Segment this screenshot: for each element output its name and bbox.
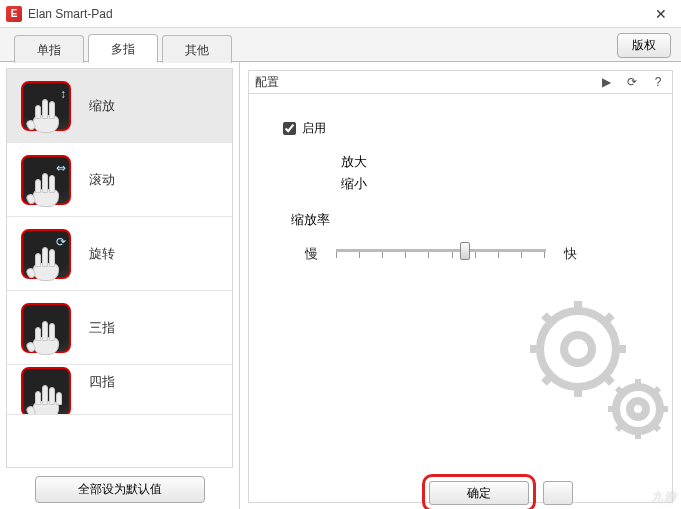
enable-checkbox[interactable] [283,122,296,135]
gesture-item-four-finger[interactable]: 四指 [7,365,232,415]
tab-strip: 单指 多指 其他 版权 [0,28,681,62]
svg-point-10 [616,387,660,431]
zoom-out-item[interactable]: 缩小 [341,175,648,193]
gesture-item-three-finger[interactable]: 三指 [7,291,232,365]
svg-line-5 [605,376,612,383]
reset-all-button[interactable]: 全部设为默认值 [35,476,205,503]
gesture-label: 滚动 [89,171,115,189]
svg-point-11 [630,401,646,417]
svg-line-15 [654,425,659,430]
gesture-label: 缩放 [89,97,115,115]
help-icon[interactable]: ? [650,74,666,90]
zoom-rate-label: 缩放率 [291,211,648,229]
copyright-button[interactable]: 版权 [617,33,671,58]
pinch-zoom-icon: ↕ [21,81,71,131]
scroll-icon: ⇔ [21,155,71,205]
gesture-sidebar: ↕ 缩放 ⇔ 滚动 ⟳ 旋转 [0,62,240,509]
refresh-icon[interactable]: ⟳ [624,74,640,90]
gesture-item-rotate[interactable]: ⟳ 旋转 [7,217,232,291]
gesture-list: ↕ 缩放 ⇔ 滚动 ⟳ 旋转 [6,68,233,468]
config-title: 配置 [255,74,279,91]
config-body: 启用 放大 缩小 缩放率 慢 [248,94,673,503]
svg-line-3 [605,315,612,322]
gear-icon [508,284,678,444]
dialog-footer: 确定 [320,481,681,505]
window-title: Elan Smart-Pad [28,7,113,21]
zoom-rate-slider-row: 慢 快 [305,239,648,269]
three-finger-icon [21,303,71,353]
gesture-item-zoom[interactable]: ↕ 缩放 [7,69,232,143]
apply-button[interactable] [543,481,573,505]
slow-label: 慢 [305,245,318,263]
svg-line-7 [544,376,551,383]
enable-checkbox-row[interactable]: 启用 [283,120,648,137]
play-icon[interactable]: ▶ [598,74,614,90]
svg-line-9 [544,315,551,322]
fast-label: 快 [564,245,577,263]
config-header: 配置 ▶ ⟳ ? [248,70,673,94]
title-bar: E Elan Smart-Pad ✕ [0,0,681,28]
svg-line-13 [654,388,659,393]
enable-label: 启用 [302,120,326,137]
svg-point-0 [540,311,616,387]
zoom-in-item[interactable]: 放大 [341,153,648,171]
rotate-icon: ⟳ [21,229,71,279]
zoom-rate-slider[interactable] [336,239,546,269]
tab-other[interactable]: 其他 [162,35,232,63]
svg-line-19 [617,388,622,393]
gesture-item-scroll[interactable]: ⇔ 滚动 [7,143,232,217]
gesture-label: 旋转 [89,245,115,263]
tab-multi-finger[interactable]: 多指 [88,34,158,63]
slider-thumb[interactable] [460,242,470,260]
svg-point-1 [564,335,592,363]
body-area: ↕ 缩放 ⇔ 滚动 ⟳ 旋转 [0,62,681,509]
svg-line-17 [617,425,622,430]
close-button[interactable]: ✕ [641,0,681,28]
gesture-label: 四指 [89,373,115,391]
gesture-label: 三指 [89,319,115,337]
ok-button[interactable]: 确定 [429,481,529,505]
tab-single-finger[interactable]: 单指 [14,35,84,63]
app-icon: E [6,6,22,22]
config-panel: 配置 ▶ ⟳ ? 启用 放大 缩小 缩放率 慢 [240,62,681,509]
four-finger-icon [21,367,71,415]
